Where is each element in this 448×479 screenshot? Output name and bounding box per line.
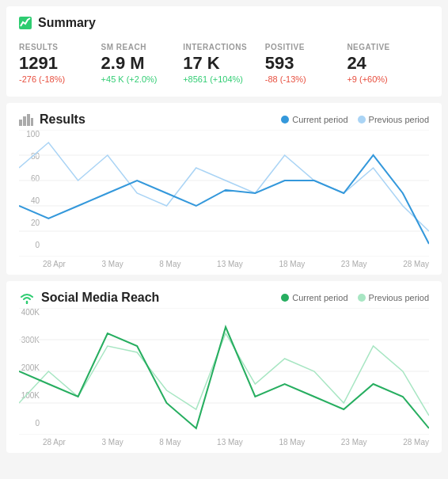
svg-rect-2 [23,116,26,126]
metric-item-0: RESULTS 1291 -276 (-18%) [19,40,101,87]
previous-period-dot [358,116,366,124]
social-title: Social Media Reach [19,291,159,305]
social-previous-dot [358,294,366,302]
results-legend: Current period Previous period [281,115,429,124]
results-chart-area: 100 80 60 40 20 0 [19,130,429,268]
social-legend-previous: Previous period [358,293,429,302]
results-legend-previous: Previous period [358,115,429,124]
current-period-dot [281,116,289,124]
metric-item-2: INTERACTIONS 17 K +8561 (+104%) [183,40,265,87]
metric-item-4: NEGATIVE 24 +9 (+60%) [347,40,429,87]
results-legend-current: Current period [281,115,347,124]
svg-rect-4 [31,118,33,126]
social-current-dot [281,294,289,302]
svg-rect-3 [27,114,30,126]
results-svg [19,130,429,257]
results-chart-header: Results Current period Previous period [19,112,429,127]
summary-card: Summary RESULTS 1291 -276 (-18%) SM REAC… [6,6,442,97]
social-chart-area: 400K 300K 200K 100K 0 [19,308,429,447]
svg-rect-1 [19,120,22,126]
results-chart-card: Results Current period Previous period 1… [6,103,442,275]
metric-item-1: SM REACH 2.9 M +45 K (+2.0%) [101,40,184,87]
social-legend-current: Current period [281,293,347,302]
social-svg [19,308,429,435]
social-chart-card: Social Media Reach Current period Previo… [6,281,442,453]
summary-icon [19,17,32,29]
results-x-axis: 28 Apr 3 May 8 May 13 May 18 May 23 May … [19,260,429,268]
summary-title: Summary [19,16,429,30]
metric-item-3: POSITIVE 593 -88 (-13%) [265,40,347,87]
social-legend: Current period Previous period [281,293,429,302]
bar-chart-icon [19,113,33,126]
wifi-icon [19,291,35,304]
social-x-axis: 28 Apr 3 May 8 May 13 May 18 May 23 May … [19,438,429,447]
social-chart-header: Social Media Reach Current period Previo… [19,291,429,305]
results-title: Results [19,112,85,127]
metrics-row: RESULTS 1291 -276 (-18%) SM REACH 2.9 M … [19,40,429,87]
